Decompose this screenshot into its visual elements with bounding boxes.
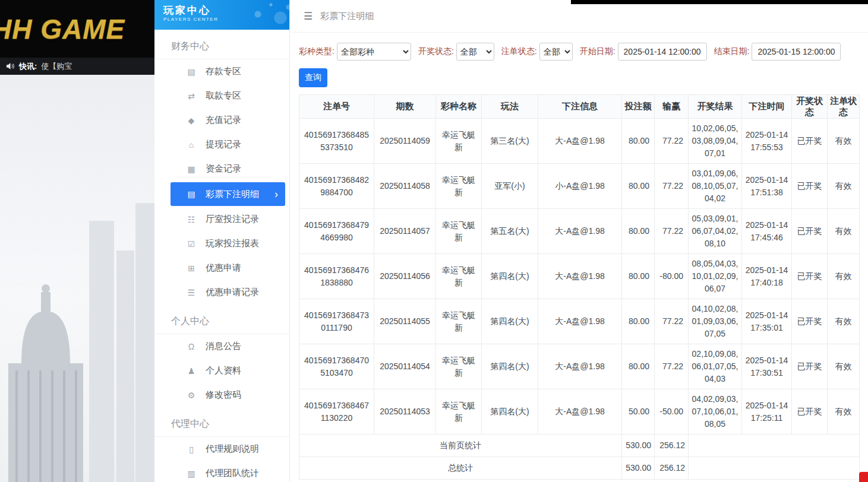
table-row: 40156917368482988470020250114058幸运飞艇新亚军(… xyxy=(299,164,860,209)
lottery-type-select[interactable]: 全部彩种 xyxy=(337,43,411,61)
cell-bet_id: 401569173684761838880 xyxy=(299,254,374,299)
cell-draw_status: 已开奖 xyxy=(792,209,828,254)
sidebar-item-label: 代理团队统计 xyxy=(206,468,259,479)
summary-empty xyxy=(689,435,860,457)
start-date-input[interactable] xyxy=(618,43,707,61)
sidebar-item-label: 存款专区 xyxy=(206,66,241,77)
sidebar-item-label: 取款专区 xyxy=(206,90,241,102)
sidebar-section-title: 代理中心 xyxy=(154,414,289,437)
menu-hamburger-icon[interactable]: ☰ xyxy=(304,10,313,23)
column-header-bet_id: 注单号 xyxy=(299,95,374,119)
sidebar-item-hall-bet-records[interactable]: ☷厅室投注记录 xyxy=(154,207,289,232)
bet-status-select[interactable]: 全部 xyxy=(539,43,573,61)
lottery-type-label: 彩种类型: xyxy=(299,46,334,57)
cell-draw_status: 已开奖 xyxy=(792,299,828,344)
city-skyline-graphic xyxy=(0,185,154,482)
promo-list-icon: ☰ xyxy=(185,288,197,297)
cell-draw_result: 05,03,09,01,06,07,04,02,08,10 xyxy=(689,209,742,254)
sidebar-section-title: 财务中心 xyxy=(154,37,289,59)
page-title: 彩票下注明细 xyxy=(320,11,374,22)
window-edge-strip xyxy=(571,0,868,4)
cell-bet_amount: 50.00 xyxy=(622,389,655,435)
sidebar-item-withdrawal-records[interactable]: ⌂提现记录 xyxy=(154,132,289,157)
players-center-subtitle: PLAYERS CENTER xyxy=(163,17,289,22)
query-button[interactable]: 查询 xyxy=(299,68,327,87)
sidebar-item-deposit-zone[interactable]: ▤存款专区 xyxy=(154,59,289,84)
summary-bet-total: 530.00 xyxy=(622,435,655,457)
sidebar-item-announcements[interactable]: Ω消息公告 xyxy=(154,334,289,359)
sidebar-item-withdraw-zone[interactable]: ⇄取款专区 xyxy=(154,84,289,108)
cell-play_method: 第四名(大) xyxy=(482,389,538,435)
cell-bet_status: 有效 xyxy=(828,209,860,254)
main-area: ☰ 彩票下注明细 彩种类型: 全部彩种 开奖状态: 全部 注单状态: 全部 开始… xyxy=(290,0,868,482)
cell-bet_status: 有效 xyxy=(828,344,860,389)
cell-play_method: 亚军(小) xyxy=(482,164,538,209)
sidebar-item-profile[interactable]: ♟个人资料 xyxy=(154,359,289,383)
floating-service-icon[interactable] xyxy=(859,472,868,482)
bet-status-label: 注单状态: xyxy=(501,46,537,57)
summary-row: 总统计530.00256.12 xyxy=(299,457,860,480)
cell-bet_id: 401569173684671130220 xyxy=(299,389,374,435)
cell-draw_status: 已开奖 xyxy=(792,344,828,389)
cell-draw_status: 已开奖 xyxy=(792,119,828,164)
cell-draw_result: 04,02,09,03,07,10,06,01,08,05 xyxy=(689,389,742,435)
players-center-title: 玩家中心 xyxy=(163,4,289,17)
sidebar-item-recharge-records[interactable]: ◆充值记录 xyxy=(154,108,289,132)
promo-icon: ⊞ xyxy=(185,264,197,273)
cell-bet_info: 大-A盘@1.98 xyxy=(538,344,622,389)
cell-bet_time: 2025-01-14 17:45:46 xyxy=(742,209,792,254)
cell-win_loss: 77.22 xyxy=(655,119,689,164)
cell-bet_amount: 80.00 xyxy=(622,164,655,209)
news-ticker: 快讯: 使【购宝 xyxy=(0,58,154,75)
cell-bet_amount: 80.00 xyxy=(622,254,655,299)
sidebar-item-label: 厅室投注记录 xyxy=(206,214,259,225)
summary-row: 当前页统计530.00256.12 xyxy=(299,435,860,457)
cell-bet_id: 401569173684794669980 xyxy=(299,209,374,254)
cell-bet_info: 大-A盘@1.98 xyxy=(538,254,622,299)
cell-lottery_name: 幸运飞艇新 xyxy=(436,209,482,254)
funds-bag-icon: ▦ xyxy=(185,164,197,174)
sidebar-item-label: 资金记录 xyxy=(206,163,241,175)
cell-bet_status: 有效 xyxy=(828,389,860,435)
document-icon: ▯ xyxy=(185,445,197,454)
summary-empty xyxy=(689,457,860,480)
cell-bet_status: 有效 xyxy=(828,254,860,299)
cell-play_method: 第五名(大) xyxy=(482,209,538,254)
gear-icon: ⚙ xyxy=(185,391,197,400)
sidebar-item-change-password[interactable]: ⚙修改密码 xyxy=(154,383,289,407)
cell-draw_result: 08,05,04,03,10,01,02,09,06,07 xyxy=(689,254,742,299)
cell-bet_time: 2025-01-14 17:40:18 xyxy=(742,254,792,299)
cell-draw_result: 03,01,09,06,08,10,05,07,04,02 xyxy=(689,164,742,209)
column-header-bet_status: 注单状态 xyxy=(828,95,860,119)
brand-logo: HH GAME xyxy=(0,13,125,45)
wallet-icon: ⌂ xyxy=(185,140,197,150)
cell-bet_id: 401569173684855373510 xyxy=(299,119,374,164)
cell-period: 20250114053 xyxy=(374,389,436,435)
sidebar-item-lottery-bet-details[interactable]: ▤彩票下注明细› xyxy=(171,182,285,206)
sidebar-item-player-bet-report[interactable]: ☑玩家投注报表 xyxy=(154,232,289,256)
sidebar-header: 玩家中心 PLAYERS CENTER xyxy=(154,0,289,30)
cell-bet_time: 2025-01-14 17:55:53 xyxy=(742,119,792,164)
cell-play_method: 第四名(大) xyxy=(482,344,538,389)
draw-status-select[interactable]: 全部 xyxy=(456,43,494,61)
sidebar-item-promo-apply-records[interactable]: ☰优惠申请记录 xyxy=(154,280,289,305)
sidebar-item-agent-team-stats[interactable]: ▥代理团队统计 xyxy=(154,461,289,482)
summary-win-total: 256.12 xyxy=(655,435,689,457)
sidebar-item-promo-apply[interactable]: ⊞优惠申请 xyxy=(154,256,289,280)
table-row: 40156917368473011179020250114055幸运飞艇新第四名… xyxy=(299,299,860,344)
cell-bet_info: 大-A盘@1.98 xyxy=(538,389,622,435)
cell-win_loss: -50.00 xyxy=(655,389,689,435)
sidebar-item-label: 优惠申请记录 xyxy=(206,287,259,298)
cell-bet_time: 2025-01-14 17:51:38 xyxy=(742,164,792,209)
sidebar-item-funds-records[interactable]: ▦资金记录 xyxy=(154,157,289,181)
column-header-win_loss: 输赢 xyxy=(655,95,689,119)
sidebar-item-label: 彩票下注明细 xyxy=(206,189,259,200)
end-date-input[interactable] xyxy=(752,43,841,61)
chevron-right-icon: › xyxy=(274,189,285,199)
cell-win_loss: 77.22 xyxy=(655,299,689,344)
left-background-panel: HH GAME 快讯: 使【购宝 xyxy=(0,0,154,482)
stats-book-icon: ▥ xyxy=(185,469,197,478)
cell-win_loss: 77.22 xyxy=(655,344,689,389)
sidebar: 玩家中心 PLAYERS CENTER 财务中心▤存款专区⇄取款专区◆充值记录⌂… xyxy=(154,0,290,482)
sidebar-item-agent-rules[interactable]: ▯代理规则说明 xyxy=(154,437,289,461)
